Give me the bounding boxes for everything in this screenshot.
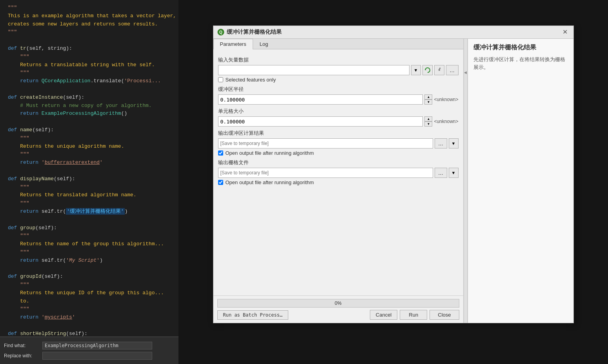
cell-size-up[interactable]: ▲: [424, 116, 432, 121]
cell-size-down[interactable]: ▼: [424, 121, 432, 127]
help-text: 先进行缓冲区计算，在将结果转换为栅格展示。: [473, 56, 568, 71]
replace-row: Replace with:: [4, 352, 175, 360]
tab-log[interactable]: Log: [253, 39, 275, 49]
cell-size-spinbox: ▲ ▼: [424, 116, 432, 127]
dialog-title: Q 缓冲计算并栅格化结果: [217, 29, 282, 36]
output-raster-dropdown-btn[interactable]: ▼: [449, 168, 459, 178]
footer-buttons: Run as Batch Process… Cancel Run Close: [217, 310, 459, 320]
cancel-button[interactable]: Cancel: [370, 310, 397, 320]
input-layer-dropdown-btn[interactable]: ▼: [411, 65, 421, 75]
cell-size-row: ▲ ▼ <unknown>: [218, 116, 459, 127]
splitter-arrow: ◄: [464, 70, 467, 76]
dialog-left-panel: Parameters Log 输入矢量数据 ▼: [213, 39, 464, 323]
batch-process-button[interactable]: Run as Batch Process…: [217, 310, 289, 320]
cell-size-unit: <unknown>: [434, 119, 458, 124]
find-label: Find what:: [4, 343, 39, 348]
input-layer-label: 输入矢量数据: [218, 56, 459, 63]
dialog-close-button[interactable]: ✕: [561, 28, 570, 36]
open-output2-label: Open output file after running algorithm: [226, 179, 314, 185]
buffer-radius-spinbox: ▲ ▼: [424, 94, 432, 105]
output-raster-input[interactable]: [218, 168, 433, 178]
buffer-radius-unit: <unknown>: [434, 97, 458, 102]
replace-label: Replace with:: [4, 353, 39, 359]
splitter[interactable]: ◄: [464, 39, 468, 323]
input-layer-input[interactable]: [218, 65, 410, 75]
run-button[interactable]: Run: [400, 310, 427, 320]
open-output1-row: Open output file after running algorithm: [218, 150, 459, 156]
replace-input[interactable]: [42, 352, 152, 360]
cell-size-label: 单元格大小: [218, 108, 459, 115]
main-dialog: Q 缓冲计算并栅格化结果 ✕ Parameters Log 输入矢量数据: [213, 25, 574, 323]
dialog-footer: 0% Run as Batch Process… Cancel Run Clos…: [213, 295, 463, 323]
selected-features-label: Selected features only: [226, 77, 276, 83]
buffer-radius-down[interactable]: ▼: [424, 100, 432, 105]
buffer-radius-label: 缓冲区半径: [218, 86, 459, 93]
dialog-titlebar: Q 缓冲计算并栅格化结果 ✕: [213, 26, 573, 39]
open-output2-checkbox[interactable]: [218, 180, 223, 185]
close-button[interactable]: Close: [430, 310, 459, 320]
output-raster-row: … ▼: [218, 168, 459, 178]
buffer-radius-row: ▲ ▼ <unknown>: [218, 94, 459, 105]
wrench-icon: [436, 67, 442, 73]
open-output2-row: Open output file after running algorithm: [218, 179, 459, 185]
selected-features-row: Selected features only: [218, 77, 459, 83]
buffer-radius-input[interactable]: [218, 94, 423, 105]
open-output1-checkbox[interactable]: [218, 150, 223, 156]
help-title: 缓冲计算并栅格化结果: [473, 43, 568, 52]
output-buffer-row: … ▼: [218, 138, 459, 148]
cell-size-input[interactable]: [218, 116, 423, 127]
progress-bar: 0%: [217, 299, 459, 308]
output-raster-label: 输出栅格文件: [218, 159, 459, 166]
input-layer-settings-btn[interactable]: [434, 65, 444, 75]
open-output1-label: Open output file after running algorithm: [226, 150, 314, 156]
svg-point-4: [439, 69, 440, 71]
params-panel: 输入矢量数据 ▼: [213, 49, 463, 295]
svg-text:Q: Q: [219, 30, 222, 34]
progress-label: 0%: [335, 301, 341, 306]
find-bar: Find what: Replace with:: [0, 337, 178, 364]
tab-bar: Parameters Log: [213, 39, 463, 49]
find-input[interactable]: [42, 342, 152, 350]
output-buffer-label: 输出缓冲区计算结果: [218, 130, 459, 137]
input-layer-refresh-btn[interactable]: [422, 65, 433, 75]
tab-parameters[interactable]: Parameters: [213, 39, 253, 49]
refresh-icon: [424, 67, 431, 73]
output-buffer-input[interactable]: [218, 138, 433, 148]
output-buffer-more-btn[interactable]: …: [435, 138, 447, 148]
input-layer-row: ▼: [218, 65, 459, 75]
buffer-radius-up[interactable]: ▲: [424, 94, 432, 100]
help-panel: 缓冲计算并栅格化结果 先进行缓冲区计算，在将结果转换为栅格展示。: [468, 39, 573, 323]
dialog-title-text: 缓冲计算并栅格化结果: [227, 29, 282, 36]
footer-right-buttons: Cancel Run Close: [370, 310, 459, 320]
dialog-overlay: Q 缓冲计算并栅格化结果 ✕ Parameters Log 输入矢量数据: [178, 0, 608, 364]
qgis-icon: Q: [217, 29, 224, 36]
selected-features-checkbox[interactable]: [218, 77, 223, 82]
output-buffer-dropdown-btn[interactable]: ▼: [449, 138, 459, 148]
dialog-body: Parameters Log 输入矢量数据 ▼: [213, 39, 573, 323]
input-layer-more-btn[interactable]: …: [446, 65, 459, 75]
find-row: Find what:: [4, 342, 175, 350]
output-raster-more-btn[interactable]: …: [435, 168, 447, 178]
